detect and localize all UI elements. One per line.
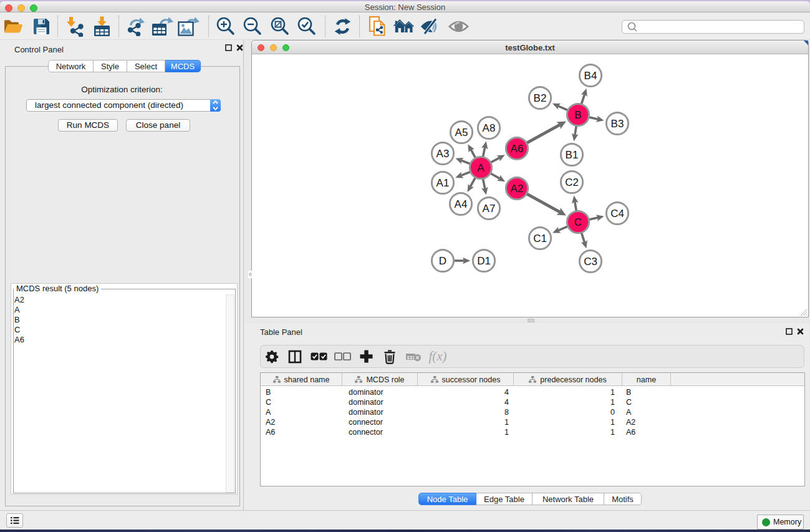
- svg-text:A1: A1: [436, 177, 450, 189]
- svg-text:A6: A6: [511, 143, 524, 155]
- svg-text:A2: A2: [511, 183, 524, 195]
- svg-text:A: A: [477, 162, 485, 174]
- svg-text:B3: B3: [611, 118, 624, 130]
- svg-text:A4: A4: [455, 198, 468, 210]
- svg-text:A3: A3: [436, 148, 450, 160]
- svg-text:A8: A8: [483, 122, 496, 134]
- svg-text:C1: C1: [533, 233, 547, 244]
- svg-text:D1: D1: [477, 255, 491, 267]
- svg-text:B: B: [574, 109, 581, 121]
- svg-text:C4: C4: [610, 208, 624, 220]
- svg-text:C: C: [574, 216, 582, 228]
- svg-text:B4: B4: [584, 70, 597, 82]
- svg-text:C2: C2: [565, 177, 579, 188]
- svg-text:A5: A5: [455, 127, 468, 138]
- svg-text:C3: C3: [584, 256, 597, 268]
- svg-text:B1: B1: [566, 149, 579, 161]
- svg-text:B2: B2: [534, 92, 547, 104]
- svg-text:D: D: [439, 255, 446, 267]
- svg-text:A7: A7: [483, 203, 496, 215]
